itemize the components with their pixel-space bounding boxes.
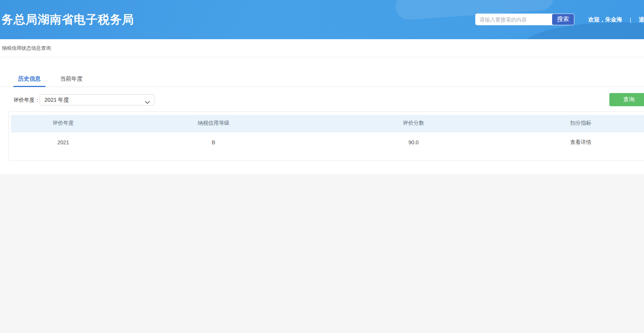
logout-link[interactable]: 退出: [639, 16, 644, 23]
table-header-row: 评价年度 纳税信用等级 评价分数 扣分指标: [11, 115, 644, 132]
credit-result-table: 评价年度 纳税信用等级 评价分数 扣分指标 2021 B 90.0 查看详情: [11, 115, 644, 153]
main-panel: 历史信息 当前年度 评价年度： 2021 年度 查询 评价年度 纳税信用等级: [0, 57, 644, 174]
tab-bar: 历史信息 当前年度: [0, 71, 644, 87]
header-search: 搜索: [475, 14, 574, 25]
breadcrumb: 纳税信用状态信息查询: [2, 39, 51, 57]
site-title: 务总局湖南省电子税务局: [2, 12, 134, 27]
search-button[interactable]: 搜索: [552, 14, 574, 25]
breadcrumb-bar: 纳税信用状态信息查询: [0, 39, 644, 57]
table-row: 2021 B 90.0 查看详情: [11, 132, 644, 153]
tab-history-info[interactable]: 历史信息: [13, 71, 46, 87]
col-header-credit-level: 纳税信用等级: [116, 115, 311, 132]
col-header-deduction-indicator: 扣分指标: [516, 115, 644, 132]
chevron-down-icon: [145, 99, 150, 105]
cell-credit-level: B: [116, 132, 311, 153]
query-button[interactable]: 查询: [609, 93, 644, 106]
user-divider: |: [630, 17, 631, 23]
filter-row: 评价年度： 2021 年度 查询: [0, 93, 644, 107]
col-header-evaluation-score: 评价分数: [311, 115, 516, 132]
evaluation-year-select[interactable]: 2021 年度: [40, 94, 154, 105]
evaluation-year-value: 2021 年度: [44, 95, 69, 105]
cell-evaluation-score: 90.0: [311, 132, 516, 153]
col-header-evaluation-year: 评价年度: [11, 115, 116, 132]
evaluation-year-label: 评价年度：: [14, 93, 40, 107]
tab-current-year[interactable]: 当前年度: [55, 71, 87, 87]
view-details-link[interactable]: 查看详情: [516, 132, 644, 153]
result-table-card: 评价年度 纳税信用等级 评价分数 扣分指标 2021 B 90.0 查看详情: [8, 112, 644, 161]
site-header: 务总局湖南省电子税务局 搜索 欢迎，朱金海 | 退出: [0, 0, 644, 39]
cell-evaluation-year: 2021: [11, 132, 116, 153]
search-input[interactable]: [475, 14, 552, 25]
welcome-text: 欢迎，朱金海: [588, 16, 622, 23]
user-area: 欢迎，朱金海 | 退出: [588, 15, 644, 24]
